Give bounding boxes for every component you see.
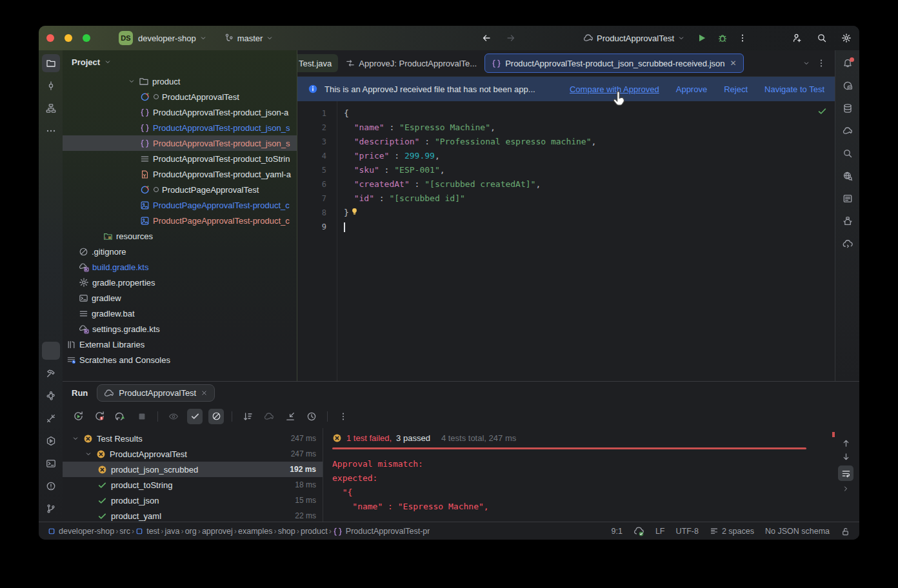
inspections-ok-icon[interactable] bbox=[817, 106, 827, 116]
build-tools-button[interactable] bbox=[42, 409, 60, 427]
terminal-tool-button[interactable] bbox=[42, 455, 60, 473]
editor-tab[interactable]: ApproveJ: ProductApprovalTe... bbox=[339, 54, 483, 72]
tree-item[interactable]: gradle.properties bbox=[63, 275, 297, 290]
run-tool-button[interactable] bbox=[42, 342, 60, 360]
line-number[interactable]: 9 bbox=[297, 220, 337, 234]
code-line[interactable] bbox=[344, 220, 835, 234]
banner-action-navigate-to-test[interactable]: Navigate to Test bbox=[764, 84, 824, 94]
project-widget[interactable]: developer-shop bbox=[138, 34, 207, 43]
tree-item[interactable]: resources bbox=[63, 228, 297, 244]
tree-item[interactable]: ProductApprovalTest-product_yaml-a bbox=[63, 166, 297, 182]
file-encoding[interactable]: UTF-8 bbox=[676, 527, 699, 536]
tree-item[interactable]: ProductPageApprovalTest-product_c bbox=[63, 213, 297, 228]
forward-button[interactable] bbox=[506, 33, 516, 43]
line-number[interactable]: 8 bbox=[297, 206, 337, 220]
test-console[interactable]: 1 test failed, 3 passed 4 tests total, 2… bbox=[323, 428, 859, 522]
breadcrumb-item[interactable]: test bbox=[135, 527, 159, 536]
code-line[interactable]: "createdAt" : "[scrubbed createdAt]", bbox=[344, 177, 835, 191]
dependencies-button[interactable] bbox=[839, 212, 857, 230]
more-actions-button[interactable] bbox=[738, 33, 747, 43]
chevron-down-icon[interactable] bbox=[72, 435, 79, 442]
services-tool-button[interactable] bbox=[42, 387, 60, 405]
breadcrumb-item[interactable]: approvej bbox=[202, 527, 233, 536]
banner-action-compare-with-approved[interactable]: Compare with Approved bbox=[570, 84, 659, 94]
notifications-button[interactable] bbox=[839, 54, 857, 72]
test-row[interactable]: product_toString18 ms bbox=[63, 477, 323, 493]
line-number[interactable]: 7 bbox=[297, 191, 337, 206]
structure-tool-button[interactable] bbox=[42, 99, 60, 117]
tree-item[interactable]: ProductApprovalTest-product_toStrin bbox=[63, 151, 297, 166]
ai-assistant-button[interactable] bbox=[839, 77, 857, 95]
search-everywhere-icon[interactable] bbox=[817, 33, 827, 43]
breadcrumb-item[interactable]: developer-shop bbox=[48, 527, 114, 536]
code-line[interactable]: { bbox=[344, 106, 835, 121]
breadcrumb-item[interactable]: org bbox=[185, 527, 197, 536]
breadcrumb-item[interactable]: src bbox=[119, 527, 130, 536]
tab-list-chevron-icon[interactable] bbox=[803, 59, 810, 67]
line-number[interactable]: 4 bbox=[297, 149, 337, 163]
line-number[interactable]: 6 bbox=[297, 177, 337, 191]
line-number[interactable]: 1 bbox=[297, 106, 337, 121]
tree-item[interactable]: ProductApprovalTest-product_json-a bbox=[63, 104, 297, 120]
soft-wrap-icon[interactable] bbox=[841, 469, 851, 478]
gradle-button[interactable] bbox=[839, 122, 857, 140]
test-row[interactable]: ProductApprovalTest247 ms bbox=[63, 446, 323, 462]
tree-item[interactable]: ProductApprovalTest-product_json_s bbox=[63, 120, 297, 135]
run-button[interactable] bbox=[697, 33, 707, 43]
breadcrumb-item[interactable]: shop bbox=[278, 527, 295, 536]
rerun-failed-tests-button[interactable] bbox=[92, 409, 107, 424]
banner-action-reject[interactable]: Reject bbox=[724, 84, 748, 94]
code-line[interactable]: "sku" : "ESP-001", bbox=[344, 163, 835, 177]
banner-action-approve[interactable]: Approve bbox=[676, 84, 707, 94]
code-line[interactable]: "id" : "[scrubbed id]" bbox=[344, 191, 835, 206]
stop-button[interactable] bbox=[134, 409, 150, 424]
project-tool-button[interactable] bbox=[42, 54, 60, 72]
problems-tool-button[interactable] bbox=[42, 477, 60, 495]
tree-item[interactable]: ProductPageApprovalTest-product_c bbox=[63, 197, 297, 213]
breadcrumb-item[interactable]: product bbox=[301, 527, 328, 536]
tree-item[interactable]: build.gradle.kts bbox=[63, 259, 297, 275]
test-row[interactable]: product_json_scrubbed192 ms bbox=[63, 462, 323, 477]
run-tab[interactable]: ProductApprovalTest bbox=[97, 384, 215, 402]
breadcrumb-item[interactable]: examples bbox=[238, 527, 273, 536]
tree-item[interactable]: Scratches and Consoles bbox=[63, 352, 297, 368]
chevron-down-icon[interactable] bbox=[104, 58, 112, 66]
tree-item[interactable]: settings.gradle.kts bbox=[63, 321, 297, 337]
test-row[interactable]: Test Results247 ms bbox=[63, 431, 323, 446]
debug-button[interactable] bbox=[717, 33, 728, 43]
tree-item[interactable]: gradlew bbox=[63, 290, 297, 306]
show-options-button[interactable] bbox=[166, 409, 181, 424]
run-configuration-widget[interactable]: ProductApprovalTest bbox=[583, 33, 685, 43]
line-number[interactable]: 2 bbox=[297, 121, 337, 135]
show-passed-filter-button[interactable] bbox=[187, 409, 203, 424]
line-separator[interactable]: LF bbox=[655, 527, 665, 536]
tree-item[interactable]: gradlew.bat bbox=[63, 306, 297, 321]
tree-item[interactable]: ProductApprovalTest-product_json_s bbox=[63, 135, 297, 151]
cloud-sync-button[interactable] bbox=[839, 235, 857, 253]
show-ignored-filter-button[interactable] bbox=[208, 409, 224, 424]
version-control-tool-button[interactable] bbox=[42, 500, 60, 518]
close-tab-icon[interactable]: ✕ bbox=[730, 59, 737, 68]
tab-options-icon[interactable] bbox=[817, 58, 826, 68]
arrow-down-icon[interactable] bbox=[841, 452, 851, 462]
caret-position[interactable]: 9:1 bbox=[612, 527, 623, 536]
json-schema-selector[interactable]: No JSON schema bbox=[765, 527, 830, 536]
test-row[interactable]: product_yaml22 ms bbox=[63, 508, 323, 522]
code-line[interactable]: "description" : "Professional espresso m… bbox=[344, 135, 835, 149]
code-editor[interactable]: 123456789 { "name" : "Espresso Machine",… bbox=[297, 101, 835, 381]
documentation-button[interactable] bbox=[839, 190, 857, 208]
line-number[interactable]: 3 bbox=[297, 135, 337, 149]
tree-item[interactable]: External Libraries bbox=[63, 337, 297, 352]
build-tool-button[interactable] bbox=[42, 364, 60, 382]
chevron-down-icon[interactable] bbox=[85, 450, 92, 458]
import-test-results-button[interactable] bbox=[283, 409, 298, 424]
test-history-button[interactable] bbox=[304, 409, 319, 424]
more-tools-button[interactable] bbox=[42, 122, 60, 140]
code-line[interactable]: } bbox=[344, 206, 835, 220]
branch-widget[interactable]: master bbox=[224, 33, 274, 43]
zoom-window-button[interactable] bbox=[83, 34, 90, 42]
toggle-auto-test-button[interactable] bbox=[113, 409, 128, 424]
more-options-button[interactable] bbox=[335, 409, 351, 424]
editor-tab[interactable]: ProductApprovalTest-product_json_scrubbe… bbox=[484, 54, 743, 73]
gradle-options-button[interactable] bbox=[261, 409, 277, 424]
